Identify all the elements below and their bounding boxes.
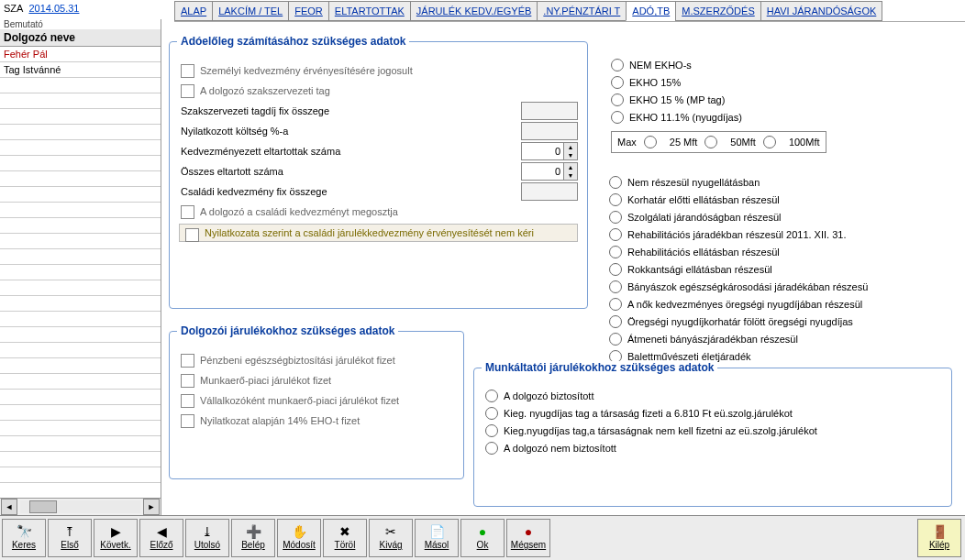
list-item[interactable] [0,343,161,358]
list-item[interactable] [0,78,161,93]
tab-lakcim[interactable]: LAKCÍM / TEL [212,1,289,21]
chk-eho14[interactable] [181,414,194,428]
masol-button[interactable]: 📄Másol [415,519,459,557]
list-item[interactable] [0,218,161,234]
radio-nyug-6[interactable] [609,280,622,293]
scroll-thumb[interactable] [29,500,57,513]
spin-kedv-elt-value[interactable] [522,145,563,158]
radio-nyug-8[interactable] [609,315,622,328]
radio-nyug-4[interactable] [609,246,622,258]
list-item[interactable] [0,296,161,312]
scroll-right-icon[interactable]: ► [143,499,160,515]
radio-nyug-1[interactable] [609,193,622,206]
input-tagdij[interactable] [521,102,578,120]
chevron-down-icon[interactable]: ▼ [564,151,577,159]
spin-ossz-elt-value[interactable] [522,165,563,178]
list-item[interactable] [0,327,161,343]
input-csaladi[interactable] [521,182,578,201]
chevron-up-icon[interactable]: ▲ [564,143,577,151]
chk-nemkeri[interactable] [185,228,199,242]
tab-eltartottak[interactable]: ELTARTOTTAK [328,1,411,21]
list-item[interactable] [0,405,161,421]
list-item[interactable] [0,390,161,405]
list-item[interactable] [0,140,161,156]
elso-button[interactable]: ⤒Első [48,519,92,557]
radio-max-50[interactable] [704,136,717,148]
employee-list[interactable]: Fehér Pál Tag Istvánné [0,47,161,498]
list-item[interactable] [0,249,161,265]
elozo-button[interactable]: ◀Előző [139,519,183,557]
list-item[interactable] [0,467,161,483]
lbl-ekho0: NEM EKHO-s [629,60,692,71]
list-item[interactable] [0,156,161,171]
spin-kedv-elt[interactable]: ▲▼ [521,142,578,160]
chk-megoszt[interactable] [181,205,194,219]
list-item[interactable] [0,452,161,467]
radio-nyug-7[interactable] [609,298,622,311]
scroll-track[interactable] [20,500,140,513]
belep-button[interactable]: ➕Belép [231,519,275,557]
list-item[interactable] [0,203,161,218]
tab-jarulek-kedv[interactable]: JÁRULÉK KEDV./EGYÉB [410,1,538,21]
list-item[interactable] [0,234,161,249]
list-item[interactable] [0,187,161,203]
list-item[interactable] [0,483,161,498]
date-link[interactable]: 2014.05.31 [28,3,79,14]
ok-button[interactable]: ●Ok [460,519,505,557]
list-item[interactable] [0,93,161,109]
radio-nyug-5[interactable] [609,263,622,276]
radio-nyug-0[interactable] [609,176,622,189]
sidebar-hscroll[interactable]: ◄ ► [0,498,161,515]
chevron-up-icon[interactable]: ▲ [564,163,577,171]
tab-havi-jar[interactable]: HAVI JÁRANDÓSÁGOK [760,1,883,21]
list-item[interactable] [0,280,161,296]
list-item[interactable] [0,358,161,374]
list-item[interactable] [0,374,161,390]
chk-szemelyi-kedv[interactable] [181,64,194,78]
utolso-button[interactable]: ⤓Utolsó [185,519,229,557]
chk-munkaero[interactable] [181,374,194,388]
list-item[interactable] [0,171,161,187]
chk-szakszervezeti[interactable] [181,84,194,98]
radio-ekho-111[interactable] [611,111,624,124]
radio-nyug-3[interactable] [609,228,622,241]
list-item[interactable]: Tag Istvánné [0,62,161,78]
list-item[interactable] [0,265,161,280]
radio-ekho-none[interactable] [611,59,624,71]
chk-vallalkozo[interactable] [181,394,194,408]
keres-button[interactable]: 🔭Keres [2,519,46,557]
main-content: Adóelőleg számításához szükséges adatok … [161,19,965,515]
list-item[interactable] [0,436,161,452]
tab-nypenztar[interactable]: .NY.PÉNZTÁRI T [537,1,627,21]
input-koltseg[interactable] [521,122,578,140]
tab-feor[interactable]: FEOR [288,1,329,21]
torol-button[interactable]: ✖Töröl [323,519,367,557]
list-item[interactable]: Fehér Pál [0,47,161,62]
radio-kieg-fizet[interactable] [485,407,498,420]
radio-nyug-9[interactable] [609,333,622,346]
radio-ekho-15[interactable] [611,76,624,89]
radio-ekho-15mp[interactable] [611,93,624,106]
modosit-button[interactable]: ✋Módosít [277,519,321,557]
chk-penzbeni[interactable] [181,354,194,368]
list-item[interactable] [0,312,161,327]
list-item[interactable] [0,109,161,125]
spin-ossz-elt[interactable]: ▲▼ [521,162,578,181]
radio-nem-biztositott[interactable] [485,442,498,455]
radio-biztositott[interactable] [485,390,498,402]
tab-alap[interactable]: ALAP [174,1,213,21]
tab-mszerzodes[interactable]: M.SZERZŐDÉS [675,1,760,21]
radio-nyug-2[interactable] [609,211,622,224]
tab-ado-tb[interactable]: ADÓ,TB [626,1,676,21]
kivag-button[interactable]: ✂Kivág [369,519,413,557]
kilep-button[interactable]: 🚪Kilép [917,519,961,557]
radio-max-100[interactable] [763,136,776,148]
megsem-button[interactable]: ●Mégsem [506,519,550,557]
radio-max-25[interactable] [644,136,657,148]
chevron-down-icon[interactable]: ▼ [564,171,577,180]
list-item[interactable] [0,421,161,436]
kovetk-button[interactable]: ▶Követk. [94,519,138,557]
scroll-left-icon[interactable]: ◄ [1,499,17,515]
list-item[interactable] [0,125,161,140]
radio-kieg-nemfizet[interactable] [485,424,498,437]
